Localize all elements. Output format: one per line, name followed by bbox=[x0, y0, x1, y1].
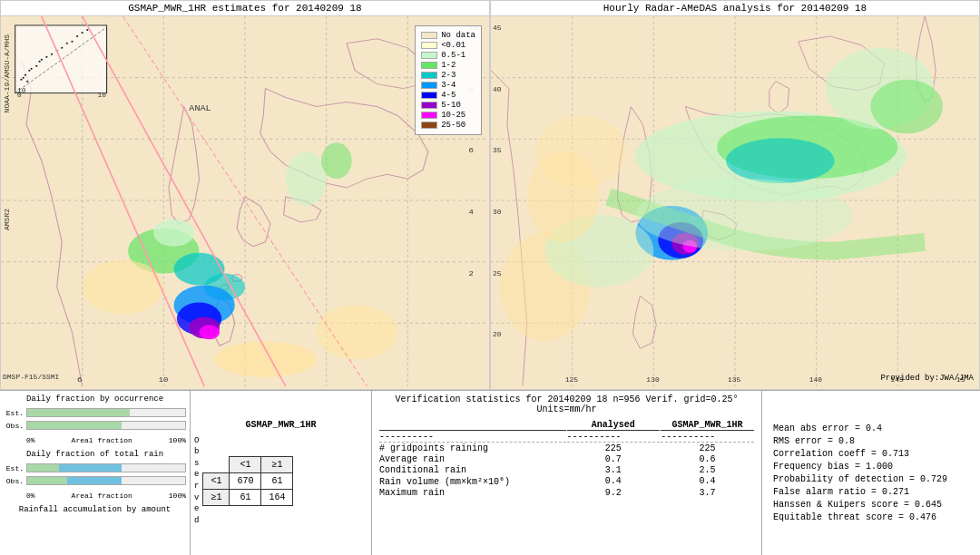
svg-point-23 bbox=[83, 260, 164, 315]
contingency-panel: GSMAP_MWR_1HR O b s e r v e d <1 ≥1 bbox=[191, 391, 372, 555]
stat-6: False alarm ratio = 0.271 bbox=[773, 487, 969, 497]
axis-100-1: 100% bbox=[169, 436, 186, 444]
axis-label-2: Areal fraction bbox=[72, 492, 132, 500]
svg-point-40 bbox=[66, 43, 68, 44]
svg-text:2: 2 bbox=[469, 269, 474, 278]
right-map-panel: Hourly Radar-AMeDAS analysis for 2014020… bbox=[490, 0, 980, 390]
stats-panel: Mean abs error = 0.4 RMS error = 0.8 Cor… bbox=[762, 391, 980, 555]
verif-row-2-label: Average rain bbox=[379, 454, 566, 464]
cell-bl: 61 bbox=[230, 489, 261, 505]
occurrence-chart-title: Daily fraction by occurrence bbox=[4, 394, 186, 404]
legend-label-1: 1-2 bbox=[441, 61, 456, 70]
legend-color-001 bbox=[421, 42, 437, 49]
svg-point-21 bbox=[286, 151, 327, 206]
svg-text:25: 25 bbox=[493, 269, 502, 278]
right-map-content: 45 40 35 30 25 20 125 130 135 140 145 15… bbox=[491, 16, 979, 386]
legend-color-05 bbox=[421, 52, 437, 59]
stat-4: Frequency bias = 1.000 bbox=[773, 462, 969, 472]
stat-3: Correlation coeff = 0.713 bbox=[773, 449, 969, 459]
legend-label-05: 0.5-1 bbox=[441, 51, 466, 60]
cell-tr: 61 bbox=[261, 472, 293, 489]
occurrence-bars: Est. Obs. bbox=[4, 407, 186, 431]
obs-rain-fill-blue bbox=[67, 477, 122, 484]
axis-label-1: Areal fraction bbox=[72, 436, 132, 444]
svg-point-31 bbox=[28, 70, 30, 72]
legend-color-1 bbox=[421, 62, 437, 69]
svg-point-30 bbox=[26, 81, 28, 83]
stat-2: RMS error = 0.8 bbox=[773, 436, 969, 446]
legend-color-5 bbox=[421, 102, 437, 109]
obs-occurrence-row: Obs. bbox=[4, 420, 186, 431]
dmsp-label: DMSP-F15/SSMI bbox=[3, 373, 59, 381]
svg-point-25 bbox=[316, 305, 397, 359]
contingency-table-wrapper: <1 ≥1 <1 670 61 ≥1 bbox=[202, 456, 293, 506]
svg-text:6: 6 bbox=[77, 375, 82, 384]
row-header-ge1: ≥1 bbox=[203, 489, 230, 505]
svg-point-24 bbox=[214, 341, 316, 377]
svg-text:6: 6 bbox=[469, 147, 474, 155]
svg-point-34 bbox=[38, 61, 40, 63]
left-map-title: GSMAP_MWR_1HR estimates for 20140209 18 bbox=[1, 1, 489, 16]
svg-point-35 bbox=[41, 59, 43, 61]
legend-label-4: 4-5 bbox=[441, 91, 456, 100]
axis-100-2: 100% bbox=[169, 492, 186, 500]
svg-point-44 bbox=[86, 29, 88, 31]
legend-color-2 bbox=[421, 72, 437, 79]
svg-point-81 bbox=[536, 115, 627, 188]
svg-point-36 bbox=[45, 56, 47, 58]
legend-label-10: 10-25 bbox=[441, 111, 466, 120]
verif-divider-line: ---------- bbox=[379, 432, 566, 443]
est-rain-fill-blue bbox=[59, 464, 122, 472]
svg-text:140: 140 bbox=[809, 375, 823, 384]
svg-point-42 bbox=[76, 35, 78, 37]
charts-panel: Daily fraction by occurrence Est. Obs. bbox=[0, 391, 191, 555]
contingency-title: GSMAP_MWR_1HR bbox=[194, 420, 368, 430]
svg-point-32 bbox=[31, 68, 33, 70]
svg-point-39 bbox=[61, 47, 63, 49]
col-header-ge1: ≥1 bbox=[261, 456, 293, 472]
svg-text:10: 10 bbox=[17, 87, 25, 94]
stat-1: Mean abs error = 0.4 bbox=[773, 424, 969, 433]
legend-item-05: 0.5-1 bbox=[421, 51, 475, 60]
svg-text:35: 35 bbox=[493, 146, 502, 154]
provider-text: Provided by:JWA/JMA bbox=[880, 374, 974, 383]
verif-col-0 bbox=[379, 420, 566, 431]
verif-row-3-gsmap: 2.5 bbox=[661, 465, 754, 475]
verif-row-4-analysed: 0.4 bbox=[567, 476, 661, 487]
est-rain-row: Est. bbox=[4, 462, 186, 473]
legend-label-25: 25-50 bbox=[441, 121, 466, 130]
right-map-svg: 45 40 35 30 25 20 125 130 135 140 145 15 bbox=[491, 16, 979, 386]
legend-item-nodata: No data bbox=[421, 31, 475, 40]
est-occurrence-fill bbox=[27, 409, 130, 416]
verif-row-5-analysed: 9.2 bbox=[567, 488, 661, 498]
svg-point-41 bbox=[71, 41, 73, 43]
verif-row-2-gsmap: 0.6 bbox=[661, 454, 754, 464]
amsr2-label: AMSR2 bbox=[3, 209, 11, 230]
verif-row-3-label: Conditional rain bbox=[379, 465, 566, 475]
svg-text:130: 130 bbox=[646, 375, 660, 384]
rain-axis: 0% Areal fraction 100% bbox=[26, 492, 186, 500]
stat-8: Equitable threat score = 0.476 bbox=[773, 512, 969, 522]
verif-row-5-gsmap: 3.7 bbox=[661, 488, 754, 498]
verif-row-4-gsmap: 0.4 bbox=[661, 476, 754, 487]
verif-row-4-label: Rain volume (mm×km²×10⁶) bbox=[379, 476, 566, 487]
stat-5: Probability of detection = 0.729 bbox=[773, 474, 969, 484]
left-map-panel: GSMAP_MWR_1HR estimates for 20140209 18 … bbox=[0, 0, 490, 390]
occurrence-axis: 0% Areal fraction 100% bbox=[26, 436, 186, 444]
est-label-2: Est. bbox=[4, 464, 24, 472]
contingency-wrapper: O b s e r v e d <1 ≥1 <1 bbox=[194, 435, 368, 527]
axis-0-2: 0% bbox=[26, 492, 35, 500]
row-header-lt1: <1 bbox=[203, 472, 230, 489]
svg-text:125: 125 bbox=[565, 375, 579, 384]
obs-label-2: Obs. bbox=[4, 477, 24, 485]
svg-text:10: 10 bbox=[97, 92, 105, 99]
right-map-title: Hourly Radar-AMeDAS analysis for 2014020… bbox=[491, 1, 979, 16]
verif-header-gsmap: GSMAP_MWR_1HR bbox=[661, 420, 754, 431]
verif-row-1-analysed: 225 bbox=[567, 443, 661, 453]
obs-rain-track bbox=[26, 476, 186, 485]
svg-point-29 bbox=[24, 74, 26, 76]
svg-text:30: 30 bbox=[493, 208, 502, 216]
verif-row-5-label: Maximum rain bbox=[379, 488, 566, 498]
svg-text:ANAL: ANAL bbox=[189, 104, 211, 113]
verif-grid: Analysed GSMAP_MWR_1HR ---------- ------… bbox=[379, 420, 754, 498]
